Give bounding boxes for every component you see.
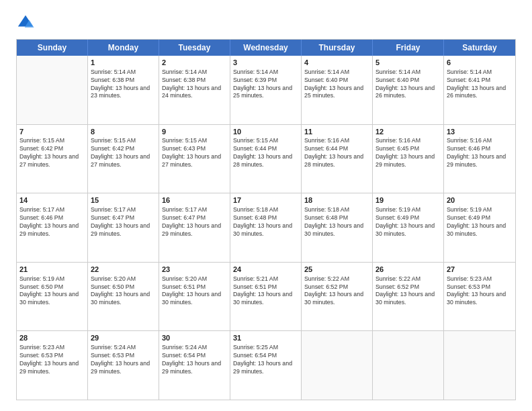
day-header-sunday: Sunday <box>17 40 88 56</box>
cell-info: Sunrise: 5:14 AMSunset: 6:39 PMDaylight:… <box>233 68 298 101</box>
cell-info: Sunrise: 5:25 AMSunset: 6:54 PMDaylight:… <box>233 344 298 376</box>
cell-info: Sunrise: 5:23 AMSunset: 6:53 PMDaylight:… <box>447 275 513 308</box>
day-number: 2 <box>162 58 227 68</box>
cell-info: Sunrise: 5:18 AMSunset: 6:48 PMDaylight:… <box>233 206 298 238</box>
calendar-cell: 19Sunrise: 5:19 AMSunset: 6:49 PMDayligh… <box>373 193 444 262</box>
cell-info: Sunrise: 5:16 AMSunset: 6:45 PMDaylight:… <box>375 137 441 169</box>
day-number: 20 <box>447 195 513 205</box>
calendar-cell: 13Sunrise: 5:16 AMSunset: 6:46 PMDayligh… <box>444 125 515 193</box>
calendar-cell: 27Sunrise: 5:23 AMSunset: 6:53 PMDayligh… <box>444 263 515 331</box>
day-number: 30 <box>162 333 227 343</box>
day-number: 1 <box>91 58 156 68</box>
day-header-friday: Friday <box>373 40 444 56</box>
calendar-row-4: 21Sunrise: 5:19 AMSunset: 6:50 PMDayligh… <box>17 263 515 332</box>
day-number: 19 <box>375 195 441 205</box>
cell-info: Sunrise: 5:15 AMSunset: 6:44 PMDaylight:… <box>233 137 298 169</box>
day-number: 21 <box>19 265 85 275</box>
cell-info: Sunrise: 5:14 AMSunset: 6:40 PMDaylight:… <box>304 68 369 101</box>
cell-info: Sunrise: 5:14 AMSunset: 6:41 PMDaylight:… <box>447 68 513 101</box>
day-number: 8 <box>91 127 156 137</box>
calendar-row-2: 7Sunrise: 5:15 AMSunset: 6:42 PMDaylight… <box>17 125 515 194</box>
calendar-cell <box>17 56 88 124</box>
calendar-cell: 16Sunrise: 5:17 AMSunset: 6:47 PMDayligh… <box>159 193 230 262</box>
day-number: 26 <box>375 265 441 275</box>
cell-info: Sunrise: 5:17 AMSunset: 6:47 PMDaylight:… <box>91 206 156 238</box>
cell-info: Sunrise: 5:14 AMSunset: 6:40 PMDaylight:… <box>375 68 441 101</box>
calendar-cell: 12Sunrise: 5:16 AMSunset: 6:45 PMDayligh… <box>373 125 444 193</box>
calendar-cell: 2Sunrise: 5:14 AMSunset: 6:38 PMDaylight… <box>159 56 230 124</box>
cell-info: Sunrise: 5:15 AMSunset: 6:42 PMDaylight:… <box>91 137 156 169</box>
calendar-cell: 10Sunrise: 5:15 AMSunset: 6:44 PMDayligh… <box>230 125 302 193</box>
calendar-cell: 21Sunrise: 5:19 AMSunset: 6:50 PMDayligh… <box>17 263 88 331</box>
cell-info: Sunrise: 5:24 AMSunset: 6:54 PMDaylight:… <box>162 344 227 376</box>
logo <box>16 13 38 32</box>
calendar-cell: 1Sunrise: 5:14 AMSunset: 6:38 PMDaylight… <box>88 56 159 124</box>
day-number: 25 <box>304 265 369 275</box>
cell-info: Sunrise: 5:22 AMSunset: 6:52 PMDaylight:… <box>375 275 441 308</box>
day-number: 18 <box>304 195 369 205</box>
day-number: 9 <box>162 127 227 137</box>
cell-info: Sunrise: 5:20 AMSunset: 6:50 PMDaylight:… <box>91 275 156 308</box>
calendar-cell: 30Sunrise: 5:24 AMSunset: 6:54 PMDayligh… <box>159 331 230 400</box>
calendar-row-5: 28Sunrise: 5:23 AMSunset: 6:53 PMDayligh… <box>17 331 515 400</box>
header <box>16 13 516 32</box>
calendar-cell: 24Sunrise: 5:21 AMSunset: 6:51 PMDayligh… <box>230 263 302 331</box>
day-header-tuesday: Tuesday <box>159 40 230 56</box>
cell-info: Sunrise: 5:21 AMSunset: 6:51 PMDaylight:… <box>233 275 298 308</box>
day-number: 12 <box>375 127 441 137</box>
day-header-wednesday: Wednesday <box>230 40 302 56</box>
calendar-cell: 9Sunrise: 5:15 AMSunset: 6:43 PMDaylight… <box>159 125 230 193</box>
calendar-cell: 4Sunrise: 5:14 AMSunset: 6:40 PMDaylight… <box>302 56 373 124</box>
cell-info: Sunrise: 5:19 AMSunset: 6:49 PMDaylight:… <box>447 206 513 238</box>
page: SundayMondayTuesdayWednesdayThursdayFrid… <box>0 0 532 411</box>
calendar-cell: 7Sunrise: 5:15 AMSunset: 6:42 PMDaylight… <box>17 125 88 193</box>
calendar-cell: 31Sunrise: 5:25 AMSunset: 6:54 PMDayligh… <box>230 331 302 400</box>
day-number: 11 <box>304 127 369 137</box>
cell-info: Sunrise: 5:24 AMSunset: 6:53 PMDaylight:… <box>91 344 156 376</box>
calendar-cell: 15Sunrise: 5:17 AMSunset: 6:47 PMDayligh… <box>88 193 159 262</box>
calendar-cell: 11Sunrise: 5:16 AMSunset: 6:44 PMDayligh… <box>302 125 373 193</box>
logo-icon <box>16 13 35 32</box>
day-number: 16 <box>162 195 227 205</box>
calendar-cell: 6Sunrise: 5:14 AMSunset: 6:41 PMDaylight… <box>444 56 515 124</box>
calendar-cell <box>373 331 444 400</box>
cell-info: Sunrise: 5:20 AMSunset: 6:51 PMDaylight:… <box>162 275 227 308</box>
day-header-thursday: Thursday <box>302 40 373 56</box>
day-number: 15 <box>91 195 156 205</box>
day-number: 17 <box>233 195 298 205</box>
cell-info: Sunrise: 5:17 AMSunset: 6:47 PMDaylight:… <box>162 206 227 238</box>
day-header-saturday: Saturday <box>444 40 515 56</box>
calendar-body: 1Sunrise: 5:14 AMSunset: 6:38 PMDaylight… <box>17 56 515 400</box>
day-number: 3 <box>233 58 298 68</box>
calendar: SundayMondayTuesdayWednesdayThursdayFrid… <box>16 39 516 400</box>
day-number: 29 <box>91 333 156 343</box>
cell-info: Sunrise: 5:14 AMSunset: 6:38 PMDaylight:… <box>162 68 227 101</box>
day-number: 14 <box>19 195 85 205</box>
day-number: 7 <box>19 127 85 137</box>
calendar-cell: 14Sunrise: 5:17 AMSunset: 6:46 PMDayligh… <box>17 193 88 262</box>
calendar-cell: 20Sunrise: 5:19 AMSunset: 6:49 PMDayligh… <box>444 193 515 262</box>
calendar-cell: 28Sunrise: 5:23 AMSunset: 6:53 PMDayligh… <box>17 331 88 400</box>
cell-info: Sunrise: 5:19 AMSunset: 6:49 PMDaylight:… <box>375 206 441 238</box>
cell-info: Sunrise: 5:19 AMSunset: 6:50 PMDaylight:… <box>19 275 85 308</box>
calendar-cell: 29Sunrise: 5:24 AMSunset: 6:53 PMDayligh… <box>88 331 159 400</box>
day-number: 5 <box>375 58 441 68</box>
calendar-cell: 5Sunrise: 5:14 AMSunset: 6:40 PMDaylight… <box>373 56 444 124</box>
calendar-cell: 18Sunrise: 5:18 AMSunset: 6:48 PMDayligh… <box>302 193 373 262</box>
day-number: 22 <box>91 265 156 275</box>
calendar-cell: 3Sunrise: 5:14 AMSunset: 6:39 PMDaylight… <box>230 56 302 124</box>
cell-info: Sunrise: 5:22 AMSunset: 6:52 PMDaylight:… <box>304 275 369 308</box>
calendar-cell: 8Sunrise: 5:15 AMSunset: 6:42 PMDaylight… <box>88 125 159 193</box>
calendar-header: SundayMondayTuesdayWednesdayThursdayFrid… <box>17 40 515 56</box>
calendar-cell <box>302 331 373 400</box>
calendar-cell: 22Sunrise: 5:20 AMSunset: 6:50 PMDayligh… <box>88 263 159 331</box>
cell-info: Sunrise: 5:17 AMSunset: 6:46 PMDaylight:… <box>19 206 85 238</box>
cell-info: Sunrise: 5:16 AMSunset: 6:44 PMDaylight:… <box>304 137 369 169</box>
day-number: 4 <box>304 58 369 68</box>
cell-info: Sunrise: 5:16 AMSunset: 6:46 PMDaylight:… <box>447 137 513 169</box>
cell-info: Sunrise: 5:14 AMSunset: 6:38 PMDaylight:… <box>91 68 156 101</box>
day-number: 31 <box>233 333 298 343</box>
calendar-row-1: 1Sunrise: 5:14 AMSunset: 6:38 PMDaylight… <box>17 56 515 125</box>
day-number: 24 <box>233 265 298 275</box>
calendar-cell: 17Sunrise: 5:18 AMSunset: 6:48 PMDayligh… <box>230 193 302 262</box>
